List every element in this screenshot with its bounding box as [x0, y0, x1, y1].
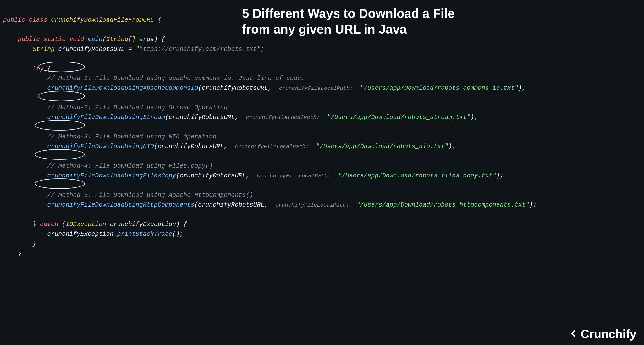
param-hint: crunchifyFileLocalPath:	[235, 144, 309, 150]
param-hint: crunchifyFileLocalPath:	[257, 173, 331, 179]
logo-text: Crunchify	[581, 329, 636, 339]
keyword-try: try	[33, 65, 44, 72]
method-printStackTrace: printStackTrace	[117, 231, 173, 238]
call-method2: crunchifyFileDownloadUsingStream	[47, 114, 165, 121]
comment-method5: // Method-5:	[47, 192, 91, 199]
exception-type: IOException	[66, 221, 106, 228]
param-hint: crunchifyFileLocalPath:	[279, 85, 353, 91]
keyword-catch: catch	[40, 221, 58, 228]
path-literal: "/Users/app/Download/robots_stream.txt"	[327, 114, 470, 121]
exception-name: crunchifyException	[110, 221, 176, 228]
call-method3: crunchifyFileDownloadUsingNIO	[47, 143, 154, 150]
param-hint: crunchifyFileLocalPath:	[275, 202, 349, 208]
open-brace: {	[161, 36, 165, 43]
close-brace: }	[33, 240, 36, 247]
keyword-public: public	[3, 17, 25, 24]
close-brace: }	[18, 250, 22, 257]
path-literal: "/Users/app/Download/robots_files_copy.t…	[338, 172, 496, 179]
chevron-left-icon	[568, 328, 579, 340]
var-type: String	[33, 46, 55, 53]
call-method4: crunchifyFileDownloadUsingFilesCopy	[47, 172, 176, 179]
brand-logo: Crunchify	[568, 328, 636, 340]
class-name: CrunchifyDownloadFileFromURL	[51, 17, 154, 24]
keyword-class: class	[29, 17, 47, 24]
param-name: args	[139, 36, 154, 43]
path-literal: "/Users/app/Download/robots_nio.txt"	[316, 143, 448, 150]
param-type: String[]	[106, 36, 136, 43]
keyword-static: static	[44, 36, 66, 43]
keyword-public: public	[18, 36, 40, 43]
param-hint: crunchifyFileLocalPath:	[246, 115, 320, 121]
method-main: main	[88, 36, 102, 43]
comment-method3: // Method-3:	[47, 133, 91, 140]
call-method5: crunchifyFileDownloadUsingHttpComponents	[47, 202, 194, 208]
comment-method1: // Method-1:	[47, 75, 91, 82]
close-brace: }	[33, 221, 36, 228]
var-name: crunchifyRobotsURL	[58, 46, 125, 53]
open-brace: {	[158, 17, 162, 24]
path-literal: "/Users/app/Download/robots_commons_io.t…	[360, 85, 518, 92]
comment-method2: // Method-2:	[47, 104, 91, 111]
call-method1: crunchifyFileDownloadUsingApacheCommonsI…	[47, 85, 198, 92]
path-literal: "/Users/app/Download/robots_httpcomponen…	[356, 202, 529, 208]
comment-method4: // Method-4:	[47, 163, 91, 170]
code-block: public class CrunchifyDownloadFileFromUR…	[3, 6, 537, 259]
url-literal: https://crunchify.com/robots.txt	[139, 46, 257, 53]
keyword-void: void	[69, 36, 84, 43]
